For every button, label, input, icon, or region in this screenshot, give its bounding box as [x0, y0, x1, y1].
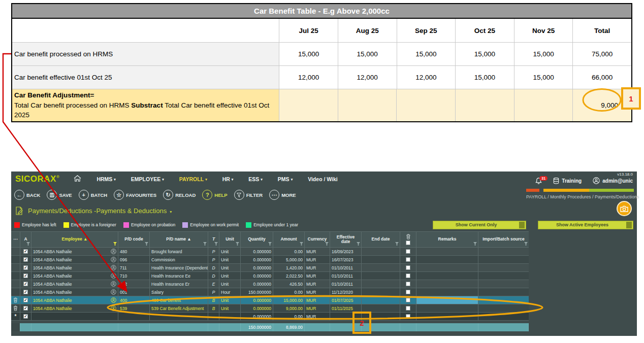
row-delete-checkbox[interactable]	[406, 249, 410, 254]
menu-item[interactable]: ESS▾	[248, 176, 263, 182]
effective-date-cell[interactable]: 01/11/2025	[330, 304, 362, 312]
table-row[interactable]: * 1054 ABBA Nathalie 480 Brought forward…	[11, 248, 529, 256]
table-row[interactable]: * 1054 ABBA Nathalie 400 400 Car benefit…	[11, 296, 529, 304]
row-action-cell[interactable]: *	[11, 304, 20, 312]
header-options[interactable]: ⋯	[11, 232, 20, 247]
row-active-checkbox[interactable]	[20, 272, 31, 280]
pd-code-cell[interactable]: 539	[118, 304, 150, 312]
pd-name-cell[interactable]: Health Insurance Ee	[150, 272, 208, 280]
row-delete-checkbox[interactable]	[406, 282, 410, 286]
row-action-cell[interactable]: *	[11, 272, 20, 280]
filter-icon[interactable]	[113, 242, 117, 246]
pd-name-cell[interactable]	[150, 313, 208, 320]
back-button[interactable]: ←BACK	[14, 190, 40, 200]
batch-button[interactable]: +BATCH	[79, 190, 108, 200]
import-batch-source-cell[interactable]	[478, 256, 529, 263]
trash-icon[interactable]	[13, 305, 18, 311]
menu-item[interactable]: PAYROLL▾	[179, 176, 207, 182]
unit-cell[interactable]	[219, 313, 241, 320]
show-current-only-toggle[interactable]: Show Current Only	[433, 221, 526, 229]
employee-cell[interactable]	[31, 313, 118, 320]
menu-item[interactable]: HRMS▾	[96, 176, 115, 182]
filter-icon[interactable]	[524, 242, 528, 246]
pd-code-cell[interactable]: 001	[118, 288, 150, 296]
row-active-checkbox[interactable]	[20, 296, 31, 304]
row-delete-checkbox[interactable]	[406, 290, 410, 294]
user-account[interactable]: admin@unic	[593, 177, 633, 184]
quantity-cell[interactable]: 0.000000	[241, 256, 273, 263]
end-date-cell[interactable]	[362, 248, 400, 255]
amount-cell[interactable]: 15,000.00	[273, 296, 305, 304]
row-delete-checkbox[interactable]	[406, 298, 410, 302]
unit-cell[interactable]: Hour	[219, 288, 241, 296]
row-delete-checkbox[interactable]	[406, 265, 410, 270]
unit-cell[interactable]: Unit	[219, 264, 241, 271]
currency-cell[interactable]: MUR	[305, 313, 330, 320]
effective-date-cell[interactable]: 01/10/2011	[330, 280, 362, 288]
row-active-checkbox[interactable]	[20, 313, 31, 320]
table-row[interactable]: * 1054 ABBA Nathalie 001 Salary P Hour 1…	[11, 288, 529, 296]
quantity-cell[interactable]: 0.000000	[241, 280, 273, 288]
currency-cell[interactable]: MUR	[305, 288, 330, 296]
row-delete-checkbox[interactable]	[406, 273, 410, 278]
header-amount[interactable]: Amount	[273, 232, 305, 247]
header-effective-date[interactable]: Effective date	[330, 232, 362, 247]
amount-cell[interactable]: 426.50	[273, 280, 305, 288]
pd-name-cell[interactable]: Commission	[150, 256, 208, 263]
quantity-cell[interactable]: 0.000000	[241, 248, 273, 255]
row-delete-checkbox[interactable]	[406, 306, 410, 311]
delete-checkbox-cell[interactable]	[400, 313, 416, 320]
import-batch-source-cell[interactable]	[478, 296, 529, 304]
pd-name-cell[interactable]: Brought forward	[150, 248, 208, 255]
effective-date-cell[interactable]: 16/07/2023	[330, 256, 362, 263]
delete-checkbox-cell[interactable]	[400, 280, 416, 288]
delete-checkbox-cell[interactable]	[400, 304, 416, 312]
row-action-cell[interactable]: *	[11, 296, 20, 304]
header-currency[interactable]: Currency	[305, 232, 330, 247]
remarks-cell[interactable]	[416, 264, 478, 271]
employee-cell[interactable]: 1054 ABBA Nathalie	[31, 296, 118, 304]
effective-date-cell[interactable]: 01/10/2011	[330, 272, 362, 280]
type-cell[interactable]: P	[208, 248, 219, 255]
end-date-cell[interactable]	[362, 264, 400, 271]
pd-name-cell[interactable]: Health Insurance (Dependent)	[150, 264, 208, 271]
filter-button[interactable]: FILTER	[234, 190, 263, 200]
header-delete[interactable]	[400, 232, 416, 247]
notifications-bell[interactable]: 31	[535, 177, 542, 184]
employee-cell[interactable]: 1054 ABBA Nathalie	[31, 304, 118, 312]
row-active-checkbox[interactable]	[20, 264, 31, 271]
header-pd-name[interactable]: P/D name ▲	[150, 232, 208, 247]
delete-checkbox-cell[interactable]	[400, 248, 416, 255]
amount-cell[interactable]: 0.00	[273, 288, 305, 296]
effective-date-cell[interactable]: 01/07/2025	[330, 296, 362, 304]
header-type[interactable]: T	[208, 232, 219, 247]
employee-cell[interactable]: 1054 ABBA Nathalie	[31, 280, 118, 288]
import-batch-source-cell[interactable]	[478, 313, 529, 320]
pd-name-cell[interactable]: Salary	[150, 288, 208, 296]
filter-icon[interactable]	[395, 242, 399, 246]
row-delete-checkbox[interactable]	[406, 257, 410, 262]
header-employee[interactable]: Employee ▲	[31, 232, 118, 247]
header-import-batch-source[interactable]: Import/Batch source	[478, 232, 529, 247]
filter-icon[interactable]	[236, 242, 239, 246]
row-action-cell[interactable]: *	[11, 313, 20, 320]
remarks-cell[interactable]	[416, 288, 478, 296]
pd-name-cell[interactable]: 539 Car Benefit Adjustment	[150, 304, 208, 312]
pd-code-cell[interactable]: 400	[118, 296, 150, 304]
amount-cell[interactable]: 0.00	[273, 313, 305, 320]
currency-cell[interactable]: MUR	[305, 264, 330, 271]
remarks-cell[interactable]	[416, 248, 478, 255]
filter-icon[interactable]	[26, 242, 30, 246]
import-batch-source-cell[interactable]	[478, 304, 529, 312]
row-active-checkbox[interactable]	[20, 304, 31, 312]
favourites-button[interactable]: ☆FAVOURITES	[114, 190, 156, 200]
header-active[interactable]: A	[20, 232, 31, 247]
filter-icon[interactable]	[145, 242, 148, 246]
end-date-cell[interactable]	[362, 296, 400, 304]
row-active-checkbox[interactable]	[20, 288, 31, 296]
quantity-cell[interactable]: 0.000000	[241, 296, 273, 304]
remarks-cell[interactable]	[416, 280, 478, 288]
currency-cell[interactable]: MUR	[305, 304, 330, 312]
unit-cell[interactable]: Unit	[219, 256, 241, 263]
unit-cell[interactable]: Unit	[219, 304, 241, 312]
